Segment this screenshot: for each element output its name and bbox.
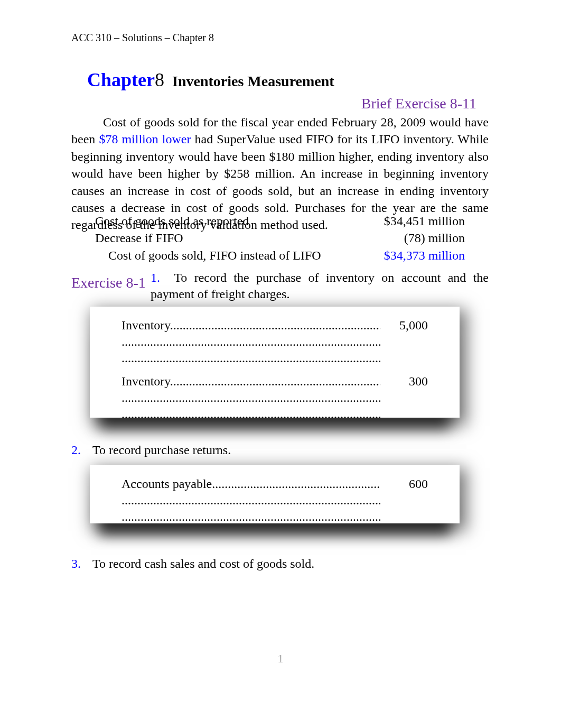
- journal-account: 600: [121, 509, 380, 525]
- journal-line: Inventory 5,000: [121, 317, 428, 334]
- item-3-number: 3.: [71, 557, 81, 570]
- journal-text: Accounts payable: [121, 477, 212, 491]
- journal-line: Inventory: [121, 492, 428, 509]
- item-2-text: To record purchase returns.: [92, 443, 231, 457]
- chapter-number: 8: [155, 69, 164, 90]
- journal-account: Inventory: [121, 373, 380, 390]
- journal-account: Accounts payable: [121, 476, 380, 492]
- journal-line: Inventory 300: [121, 373, 428, 390]
- journal-text: Inventory: [121, 318, 170, 332]
- journal-line: Cash: [121, 390, 428, 406]
- journal-line: Accounts payable: [121, 334, 428, 350]
- journal-line: 5,000: [121, 350, 428, 366]
- journal-amount: 600: [380, 476, 428, 492]
- journal-account: 5,000: [121, 350, 380, 366]
- journal-amount: [380, 406, 428, 422]
- journal-box-1: Inventory 5,000 Accounts payable 5,000 I…: [90, 307, 460, 418]
- journal-account: 300: [121, 406, 380, 422]
- journal-line: 600: [121, 509, 428, 525]
- journal-amount: [380, 350, 428, 366]
- chapter-word: Chapter: [87, 69, 155, 90]
- item-1-text: To record the purchase of inventory on a…: [151, 271, 489, 301]
- item-2: 2.To record purchase returns.: [71, 443, 231, 457]
- journal-amount: [380, 509, 428, 525]
- cogs-fifo-label: Cost of goods sold, FIFO instead of LIFO: [95, 247, 384, 264]
- journal-account: Inventory: [121, 317, 380, 334]
- journal-amount: 300: [380, 373, 428, 390]
- cogs-table: Cost of goods sold as reported $34,451 m…: [95, 213, 465, 264]
- exercise-label: Exercise 8-1: [71, 274, 146, 291]
- item-1: 1. To record the purchase of inventory o…: [151, 270, 489, 302]
- table-row: Cost of goods sold, FIFO instead of LIFO…: [95, 247, 465, 264]
- item-3-text: To record cash sales and cost of goods s…: [92, 557, 314, 570]
- chapter-subtitle: Inventories Measurement: [172, 73, 334, 89]
- journal-account: Accounts payable: [121, 334, 380, 350]
- journal-amount: [380, 492, 428, 509]
- brief-exercise-title: Brief Exercise 8-11: [361, 95, 476, 112]
- journal-amount: 5,000: [380, 317, 428, 334]
- journal-amount: [380, 390, 428, 406]
- journal-account: Cash: [121, 390, 380, 406]
- table-row: Cost of goods sold as reported $34,451 m…: [95, 213, 465, 229]
- decrease-fifo-label: Decrease if FIFO: [95, 229, 404, 246]
- page-number: 1: [0, 652, 561, 666]
- table-row: Decrease if FIFO (78) million: [95, 229, 465, 246]
- item-1-number: 1.: [151, 271, 160, 284]
- page-header: ACC 310 – Solutions – Chapter 8: [71, 32, 214, 44]
- item-2-number: 2.: [71, 443, 81, 457]
- cogs-reported-label: Cost of goods sold as reported: [95, 213, 384, 229]
- bottom-fade: [0, 612, 561, 728]
- chapter-title: Chapter8Inventories Measurement: [87, 69, 334, 91]
- item-3: 3.To record cash sales and cost of goods…: [71, 557, 314, 571]
- journal-account: Inventory: [121, 492, 380, 509]
- journal-amount: [380, 334, 428, 350]
- paragraph-highlight: $78 million lower: [99, 132, 191, 146]
- journal-box-2: Accounts payable 600 Inventory 600: [90, 465, 460, 523]
- journal-line: Accounts payable 600: [121, 476, 428, 492]
- journal-text: Inventory: [121, 374, 170, 388]
- cogs-reported-value: $34,451 million: [384, 213, 465, 229]
- decrease-fifo-value: (78) million: [404, 229, 465, 246]
- journal-line: 300: [121, 406, 428, 422]
- cogs-fifo-value: $34,373 million: [384, 247, 465, 264]
